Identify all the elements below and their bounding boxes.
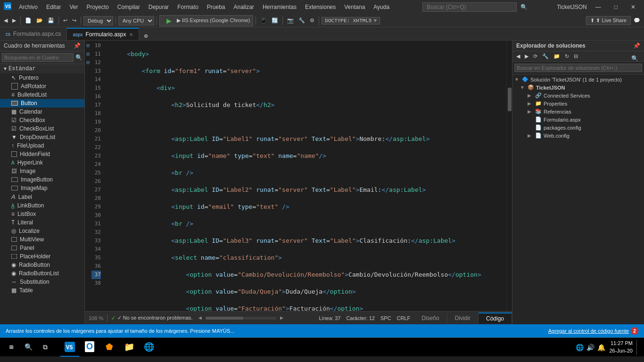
forward-button[interactable]: ▶: [10, 16, 18, 25]
scrollbar-horizontal[interactable]: [206, 317, 276, 320]
doctype-selector[interactable]: DOCTYPE: XHTML5 ▼: [322, 17, 380, 25]
toolbox-item-listbox[interactable]: ≡ ListBox: [0, 210, 84, 218]
toolbox-item-button[interactable]: Button: [0, 99, 84, 107]
search-taskbar-button[interactable]: 🔍: [21, 340, 36, 355]
toolbox-item-radiobutton[interactable]: ◉ RadioButton: [0, 261, 84, 269]
menu-extensiones[interactable]: Extensiones: [301, 2, 339, 12]
toolbox-item-puntero[interactable]: ↖ Puntero: [0, 74, 84, 82]
se-back-button[interactable]: ◀: [514, 52, 522, 60]
toolbox-item-imagemap[interactable]: ImageMap: [0, 184, 84, 192]
liveshare-button[interactable]: ⬆ ⬆ Live Share: [586, 16, 631, 25]
undo-button[interactable]: ↩: [61, 16, 69, 25]
task-view-button[interactable]: ⧉: [38, 340, 53, 355]
scrollbar-h-thumb[interactable]: [206, 317, 243, 320]
se-search-input[interactable]: [514, 64, 642, 72]
open-button[interactable]: 📂: [34, 16, 45, 25]
se-formulario-aspx-item[interactable]: 📄 Formulario.aspx: [512, 115, 644, 123]
screenshot-button[interactable]: 📷: [285, 16, 296, 25]
menu-prueba[interactable]: Prueba: [203, 2, 229, 12]
menu-proyecto[interactable]: Proyecto: [83, 2, 112, 12]
code-tab[interactable]: Código: [479, 313, 512, 324]
more-button[interactable]: ⚙: [308, 16, 316, 25]
toolbox-item-checkbox[interactable]: ☑ CheckBox: [0, 116, 84, 124]
minimize-button[interactable]: —: [591, 2, 606, 12]
refresh-button[interactable]: 🔄: [270, 16, 280, 25]
design-tab[interactable]: Diseño: [414, 313, 447, 323]
menu-herramientas[interactable]: Herramientas: [259, 2, 300, 12]
se-sync-button[interactable]: ⟳: [531, 52, 539, 60]
collapse-12[interactable]: ⊟: [85, 58, 90, 67]
taskbar-chrome-app[interactable]: 🌐: [140, 338, 158, 357]
menu-ver[interactable]: Ver: [66, 2, 82, 12]
scrollbar-thumb[interactable]: [508, 88, 512, 111]
taskbar-vs-app[interactable]: VS: [60, 338, 79, 357]
toolbox-item-dropdownlist[interactable]: ▼ DropDownList: [0, 133, 84, 141]
menu-editar[interactable]: Editar: [42, 2, 65, 12]
toolbox-item-substitution[interactable]: ↔ Substitution: [0, 278, 84, 286]
toolbox-item-linkbutton[interactable]: A LinkButton: [0, 201, 84, 210]
toolbox-item-multiview[interactable]: MultiView: [0, 235, 84, 244]
volume-icon[interactable]: 🔊: [586, 344, 594, 351]
vertical-scrollbar[interactable]: [506, 41, 512, 311]
device-button[interactable]: 📱: [258, 16, 269, 25]
new-tab-button[interactable]: ⊕: [141, 32, 151, 40]
toolbox-item-adrotator[interactable]: AdRotator: [0, 82, 84, 90]
feedback-button[interactable]: 💬: [632, 16, 642, 25]
se-forward-button[interactable]: ▶: [523, 52, 530, 60]
close-button[interactable]: ✕: [626, 2, 640, 12]
status-arrow-left[interactable]: ◀: [198, 314, 202, 321]
menu-archivo[interactable]: Archivo: [15, 2, 41, 12]
menu-ventana[interactable]: Ventana: [340, 2, 369, 12]
menu-analizar[interactable]: Analizar: [230, 2, 258, 12]
info-action[interactable]: Agregar al control de código fuente: [548, 328, 629, 334]
toolbox-search-input[interactable]: [2, 53, 74, 62]
se-referencias-item[interactable]: ▶ 📚 Referencias: [512, 107, 644, 115]
se-collapse-button[interactable]: ⊟: [572, 52, 580, 60]
tab-close-button[interactable]: ✕: [129, 32, 133, 37]
run-button[interactable]: ▶: [163, 16, 175, 25]
taskbar-vs-orange-app[interactable]: ⬟: [100, 338, 119, 357]
se-web-config-item[interactable]: ▶ 📄 Web.config: [512, 132, 644, 140]
toolbox-item-placeholder[interactable]: PlaceHolder: [0, 252, 84, 261]
menu-formato[interactable]: Formato: [173, 2, 202, 12]
menu-compilar[interactable]: Compilar: [114, 2, 144, 12]
taskbar-outlook-app[interactable]: O: [80, 338, 99, 357]
tools-button[interactable]: 🔧: [297, 16, 307, 25]
debug-config-dropdown[interactable]: Debug: [83, 16, 113, 25]
toolbox-item-hyperlink[interactable]: A HyperLink: [0, 158, 84, 167]
toolbox-item-radiobuttonlist[interactable]: ◉ RadioButtonList: [0, 269, 84, 278]
se-properties-item[interactable]: ▶ 📁 Properties: [512, 99, 644, 107]
back-button[interactable]: ◀: [2, 16, 9, 25]
global-search-input[interactable]: [422, 2, 517, 12]
redo-button[interactable]: ↪: [70, 16, 78, 25]
toolbox-item-image[interactable]: 🖼 Image: [0, 167, 84, 175]
start-button[interactable]: ⊞: [4, 340, 19, 355]
toolbox-section-standard[interactable]: ▼ Estándar: [0, 64, 84, 74]
toolbox-item-hiddenfield[interactable]: HiddenField: [0, 150, 84, 158]
tab-formulario-aspx[interactable]: aspx Formulario.aspx ✕: [67, 28, 139, 40]
se-project-item[interactable]: ▼ 📦 TicketJSON: [512, 83, 644, 91]
toolbox-item-label[interactable]: A Label: [0, 192, 84, 201]
toolbox-item-panel[interactable]: Panel: [0, 244, 84, 252]
taskbar-files-app[interactable]: 📁: [120, 338, 139, 357]
se-props-button[interactable]: 🔧: [540, 52, 551, 60]
toolbox-item-table[interactable]: ▦ Table: [0, 286, 84, 295]
taskbar-clock[interactable]: 11:27 PM 26-Jun-20: [609, 340, 633, 354]
split-tab[interactable]: Dividir: [447, 313, 479, 323]
maximize-button[interactable]: □: [610, 2, 622, 12]
cpu-dropdown[interactable]: Any CPU: [118, 16, 154, 25]
tab-formulario-cs[interactable]: cs Formulario.aspx.cs: [0, 28, 67, 40]
toolbox-item-localize[interactable]: ◎ Localize: [0, 227, 84, 235]
toolbox-item-imagebutton[interactable]: ImageButton: [0, 175, 84, 184]
save-button[interactable]: 💾: [46, 16, 56, 25]
toolbox-item-bulletedlist[interactable]: ≡ BulletedList: [0, 90, 84, 99]
se-solution-item[interactable]: ▼ 🔷 Solución 'TicketJSON' (1 de 1 proyec…: [512, 75, 644, 83]
status-arrow-right[interactable]: ▶: [280, 314, 283, 321]
network-icon[interactable]: 🌐: [576, 344, 584, 351]
collapse-10[interactable]: ⊟: [85, 41, 90, 50]
se-pin-button[interactable]: 📌: [633, 42, 640, 49]
show-desktop-button[interactable]: [636, 340, 638, 355]
menu-depurar[interactable]: Depurar: [145, 2, 173, 12]
code-text-area[interactable]: <body> <form id="form1" runat="server"> …: [108, 41, 506, 311]
notification-icon[interactable]: 🔔: [597, 344, 605, 351]
